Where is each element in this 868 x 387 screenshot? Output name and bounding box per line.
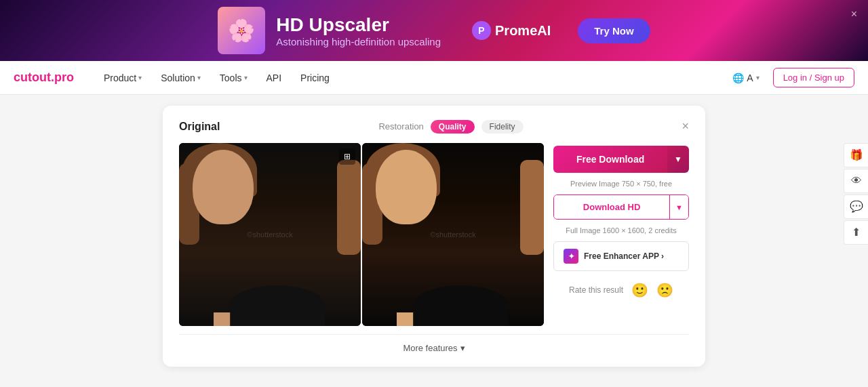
hd-info: Full Image 1600 × 1600, 2 credits <box>553 226 689 235</box>
thumbs-down-icon[interactable]: 🙁 <box>656 282 673 298</box>
lang-chevron-icon: ▾ <box>756 74 760 81</box>
card-controls: Restoration Quality Fidelity <box>378 120 523 134</box>
enhanced-image-panel: ©shutterstock <box>362 143 544 326</box>
dropdown-arrow-icon: ▼ <box>674 155 682 164</box>
shoulders-2 <box>413 285 508 326</box>
nav-right: 🌐 A ▾ Log in / Sign up <box>727 68 854 87</box>
solution-chevron-icon: ▾ <box>197 74 201 81</box>
enhancer-label: Free Enhancer APP › <box>584 251 664 261</box>
close-button[interactable]: × <box>682 119 689 134</box>
thumbs-up-icon[interactable]: 🙂 <box>631 282 648 298</box>
enhancer-button[interactable]: ✦ Free Enhancer APP › <box>553 241 689 271</box>
original-portrait: ©shutterstock <box>179 143 361 326</box>
card-header: Original Restoration Quality Fidelity × <box>179 119 689 134</box>
translate-icon: 🌐 <box>732 73 744 83</box>
card-footer: More features ▾ <box>179 334 689 353</box>
enhancer-icon: ✦ <box>564 249 578 264</box>
original-label: Original <box>179 121 220 133</box>
watermark: ©shutterstock <box>247 230 292 239</box>
login-button[interactable]: Log in / Sign up <box>773 68 854 87</box>
logo[interactable]: cutout.pro <box>14 70 74 85</box>
enhanced-portrait: ©shutterstock <box>362 143 544 326</box>
navbar: cutout.pro Product ▾ Solution ▾ Tools ▾ … <box>0 61 868 95</box>
banner-title: HD Upscaler <box>276 14 441 36</box>
nav-product[interactable]: Product ▾ <box>94 61 151 95</box>
face <box>193 150 254 224</box>
product-chevron-icon: ▾ <box>138 74 142 81</box>
fidelity-tag[interactable]: Fidelity <box>481 120 524 134</box>
banner-text: HD Upscaler Astonishing high-definition … <box>276 14 441 47</box>
editor-card: Original Restoration Quality Fidelity × … <box>163 106 705 367</box>
nav-pricing[interactable]: Pricing <box>291 61 339 95</box>
preview-info: Preview Image 750 × 750, free <box>553 180 689 188</box>
more-features-chevron-icon: ▾ <box>460 343 465 353</box>
banner-content: 🌸 HD Upscaler Astonishing high-definitio… <box>218 7 650 54</box>
watermark-2: ©shutterstock <box>430 230 475 239</box>
promeai-icon: P <box>472 21 491 40</box>
upload-button[interactable]: ⬆ <box>844 220 868 245</box>
rating-area: Rate this result 🙂 🙁 <box>553 282 689 298</box>
eye-button[interactable]: 👁 <box>844 169 868 193</box>
promeai-name: PromeAI <box>495 23 551 39</box>
nav-links: Product ▾ Solution ▾ Tools ▾ API Pricing <box>94 61 727 95</box>
banner-subtitle: Astonishing high-definition upscaling <box>276 36 441 47</box>
rate-label: Rate this result <box>569 285 623 295</box>
action-panel: Free Download ▼ Preview Image 750 × 750,… <box>553 143 689 326</box>
gift-button[interactable]: 🎁 <box>844 143 868 167</box>
hd-dropdown-icon: ▼ <box>675 203 683 211</box>
crop-icon[interactable]: ⊞ <box>339 148 355 165</box>
download-hd-group: Download HD ▼ <box>553 195 689 220</box>
nav-api[interactable]: API <box>257 61 292 95</box>
free-download-group: Free Download ▼ <box>553 146 689 173</box>
more-features-button[interactable]: More features ▾ <box>403 343 465 353</box>
floating-sidebar: 🎁 👁 💬 ⬆ <box>844 143 868 245</box>
download-hd-button[interactable]: Download HD <box>554 195 669 219</box>
shoulders <box>230 285 325 326</box>
nav-solution[interactable]: Solution ▾ <box>151 61 210 95</box>
hair-side-right <box>337 160 361 255</box>
restoration-label: Restoration <box>378 121 423 131</box>
banner-image: 🌸 <box>218 7 265 54</box>
main-content: Original Restoration Quality Fidelity × … <box>0 95 868 387</box>
banner: 🌸 HD Upscaler Astonishing high-definitio… <box>0 0 868 61</box>
hair-side-right-2 <box>520 160 544 255</box>
download-hd-dropdown[interactable]: ▼ <box>669 195 688 219</box>
promeai-brand: P PromeAI <box>472 21 551 40</box>
free-download-dropdown[interactable]: ▼ <box>667 146 689 173</box>
chat-button[interactable]: 💬 <box>844 195 868 219</box>
tools-chevron-icon: ▾ <box>244 74 248 81</box>
banner-try-button[interactable]: Try Now <box>578 18 650 43</box>
free-download-button[interactable]: Free Download <box>553 146 667 173</box>
original-image-panel: ©shutterstock ⊞ <box>179 143 361 326</box>
face-2 <box>376 150 437 224</box>
banner-close-button[interactable]: × <box>851 8 857 20</box>
language-button[interactable]: 🌐 A ▾ <box>727 70 764 86</box>
nav-tools[interactable]: Tools ▾ <box>210 61 257 95</box>
quality-tag[interactable]: Quality <box>431 120 475 134</box>
